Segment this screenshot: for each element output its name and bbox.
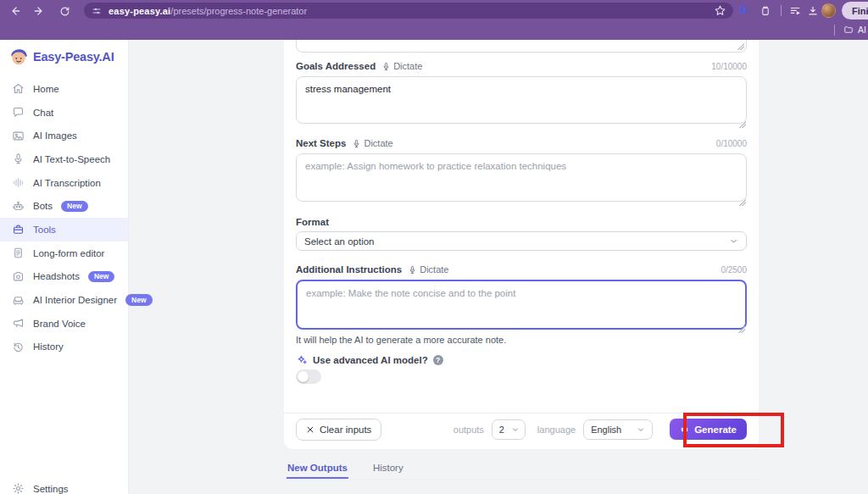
document-icon — [12, 247, 25, 259]
sidebar-item-ai-images[interactable]: AI Images — [0, 124, 128, 147]
next-steps-dictate-button[interactable]: Dictate — [352, 138, 392, 148]
toggle-knob — [298, 371, 309, 382]
goals-label-row: Goals Addressed Dictate 10/10000 — [296, 61, 747, 71]
sidebar-item-home[interactable]: Home — [0, 77, 128, 101]
app-logo[interactable]: Easy-Peasy.AI — [9, 47, 114, 66]
dictate-mic-icon — [381, 62, 391, 71]
additional-helper-text: It will help the AI to generate a more a… — [296, 335, 506, 345]
advanced-model-row: Use advanced AI model? ? — [296, 354, 443, 366]
forward-icon[interactable] — [31, 3, 47, 19]
additional-label: Additional Instructions — [296, 264, 402, 275]
sidebar-item-ai-text-to-speech[interactable]: AI Text-to-Speech — [0, 147, 128, 171]
clear-inputs-button[interactable]: Clear inputs — [296, 419, 381, 441]
extension-d-icon[interactable]: D — [739, 3, 747, 16]
resize-grip-icon[interactable] — [737, 42, 744, 50]
bookmark-folder[interactable]: AI — [843, 25, 866, 35]
clear-inputs-label: Clear inputs — [320, 425, 371, 435]
camera-icon — [12, 270, 25, 283]
format-select-value: Select an option — [304, 236, 374, 247]
new-badge: New — [61, 201, 87, 213]
resize-grip-icon[interactable] — [738, 120, 746, 128]
sidebar-item-label: AI Text-to-Speech — [33, 154, 110, 164]
next-steps-label: Next Steps — [296, 138, 346, 148]
goals-dictate-button[interactable]: Dictate — [381, 61, 422, 71]
sidebar-item-label: Settings — [33, 484, 69, 494]
chevron-down-icon — [729, 236, 738, 246]
profile-avatar[interactable] — [821, 3, 836, 18]
chevron-down-icon — [511, 425, 520, 434]
bookmarks-separator — [834, 25, 835, 36]
extension-jar-icon[interactable] — [757, 3, 774, 19]
goals-counter: 10/10000 — [711, 62, 747, 71]
sidebar-item-ai-interior-designer[interactable]: AI Interior Designer New — [0, 288, 128, 312]
sidebar-item-ai-transcription[interactable]: AI Transcription — [0, 171, 128, 195]
microphone-icon — [12, 153, 25, 165]
dictate-label: Dictate — [364, 138, 392, 148]
sidebar-item-label: Tools — [33, 225, 56, 235]
new-badge: New — [88, 271, 114, 283]
sidebar-item-label: Long-form editor — [33, 248, 104, 258]
resize-grip-icon[interactable] — [737, 325, 745, 333]
sidebar-item-settings[interactable]: Settings — [0, 477, 128, 494]
bookmark-star-icon[interactable] — [714, 4, 726, 17]
chat-icon — [12, 106, 25, 119]
url-domain: easy-peasy.ai — [108, 6, 170, 16]
goals-label: Goals Addressed — [296, 61, 376, 71]
sidebar-item-tools[interactable]: Tools — [0, 218, 128, 241]
help-icon[interactable]: ? — [433, 355, 443, 365]
sofa-icon — [12, 294, 25, 307]
sidebar-item-label: AI Interior Designer — [33, 295, 117, 305]
outputs-label: outputs — [453, 425, 484, 435]
site-settings-icon[interactable] — [92, 6, 102, 16]
format-select[interactable]: Select an option — [296, 231, 747, 251]
back-icon[interactable] — [7, 3, 24, 19]
sidebar-item-chat[interactable]: Chat — [0, 101, 128, 125]
generate-label: Generate — [694, 425, 737, 435]
sidebar-item-headshots[interactable]: Headshots New — [0, 265, 128, 289]
next-steps-counter: 0/10000 — [716, 139, 747, 148]
language-select[interactable]: English — [583, 419, 653, 440]
sidebar-item-brand-voice[interactable]: Brand Voice — [0, 312, 128, 336]
footer-actions-row: Clear inputs outputs 2 language English … — [296, 418, 747, 441]
sidebar-item-label: Headshots — [33, 271, 80, 281]
browser-toolbar: easy-peasy.ai/presets/progress-note-gene… — [0, 0, 868, 21]
advanced-model-toggle[interactable] — [296, 369, 321, 384]
image-icon — [12, 130, 25, 142]
tab-new-outputs[interactable]: New Outputs — [287, 458, 348, 479]
gear-icon — [12, 482, 25, 494]
generator-form-card: Goals Addressed Dictate 10/10000 stress … — [284, 40, 759, 449]
sidebar-item-label: Home — [33, 84, 59, 94]
url-bar[interactable]: easy-peasy.ai/presets/progress-note-gene… — [84, 3, 733, 19]
language-value: English — [591, 425, 621, 435]
new-badge: New — [125, 294, 152, 306]
bookmark-folder-label: AI — [858, 25, 866, 35]
dictate-mic-icon — [352, 139, 361, 148]
download-icon[interactable] — [804, 3, 821, 19]
next-steps-textarea[interactable] — [296, 153, 747, 202]
generate-button[interactable]: Generate — [670, 419, 747, 440]
url-path: /presets/progress-note-generator — [170, 6, 307, 16]
sidebar-item-label: History — [33, 341, 64, 352]
sidebar-item-label: Brand Voice — [33, 319, 86, 329]
toolbox-icon — [12, 223, 25, 236]
sidebar-item-long-form-editor[interactable]: Long-form editor — [0, 241, 128, 265]
resize-grip-icon[interactable] — [738, 198, 746, 206]
next-steps-label-row: Next Steps Dictate 0/10000 — [296, 138, 747, 148]
sidebar-item-history[interactable]: History — [0, 336, 128, 359]
sidebar-item-bots[interactable]: Bots New — [0, 194, 128, 218]
additional-textarea[interactable] — [296, 280, 747, 330]
reading-list-icon[interactable] — [787, 3, 804, 19]
robot-icon — [12, 200, 25, 213]
sidebar: Easy-Peasy.AI Home Chat AI Images AI Tex… — [0, 40, 129, 494]
additional-label-row: Additional Instructions Dictate 0/2500 — [296, 264, 747, 275]
finish-button[interactable]: Finish — [842, 2, 868, 19]
goals-textarea[interactable]: stress management — [296, 76, 747, 124]
outputs-select[interactable]: 2 — [492, 419, 526, 440]
toolbar-separator — [781, 5, 782, 16]
additional-dictate-button[interactable]: Dictate — [408, 264, 448, 275]
tab-history[interactable]: History — [372, 458, 404, 479]
outputs-value: 2 — [499, 425, 504, 435]
dictate-label: Dictate — [393, 61, 422, 71]
sidebar-nav: Home Chat AI Images AI Text-to-Speech AI… — [0, 77, 128, 358]
reload-icon[interactable] — [56, 3, 73, 19]
